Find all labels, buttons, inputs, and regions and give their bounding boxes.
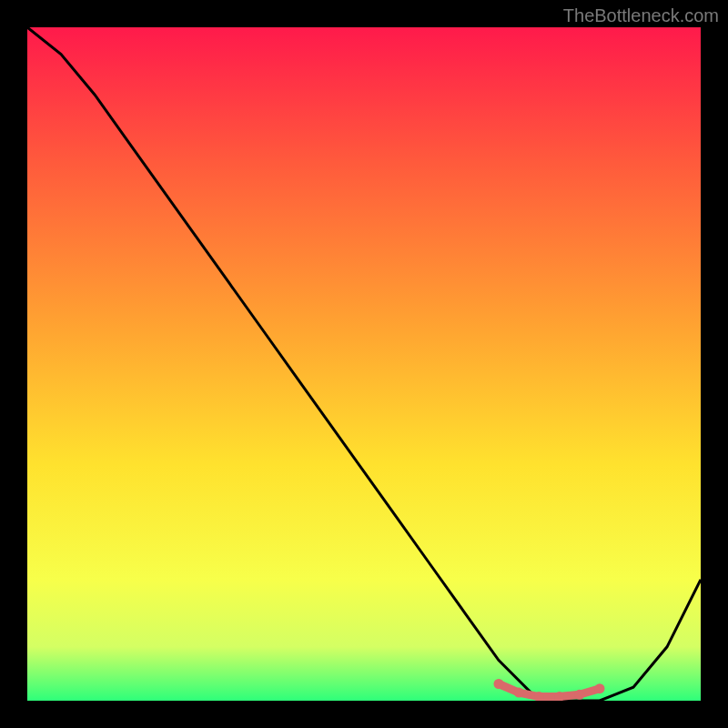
svg-point-6: [595, 683, 605, 693]
svg-point-5: [574, 690, 584, 700]
svg-point-2: [514, 688, 524, 698]
watermark-text: TheBottleneck.com: [563, 5, 719, 26]
optimal-range-highlight: [27, 27, 701, 701]
svg-point-1: [494, 679, 504, 689]
plot-area: [27, 27, 701, 701]
